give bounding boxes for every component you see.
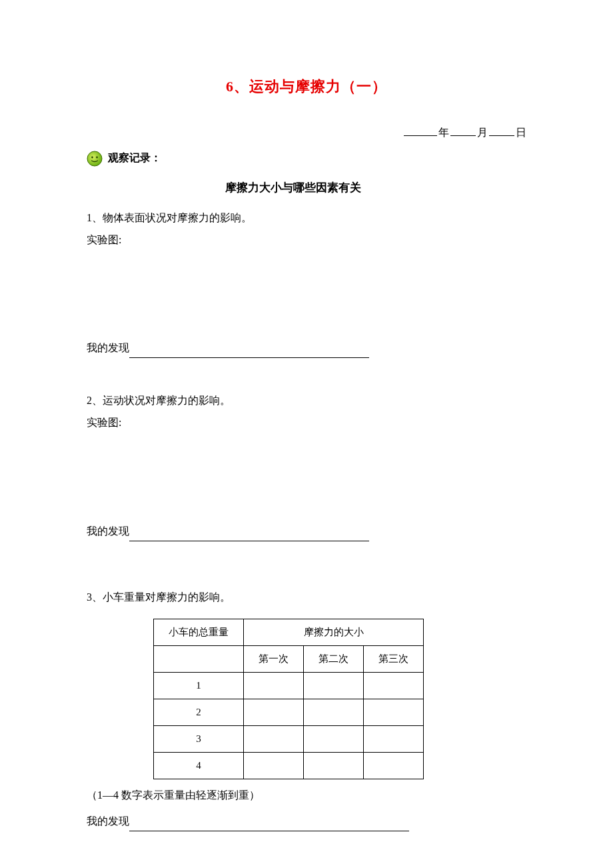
year-blank[interactable] (404, 135, 437, 136)
year-suffix: 年 (438, 127, 449, 138)
friction-table: 小车的总重量 摩擦力的大小 第一次 第二次 第三次 1 2 3 4 (153, 619, 424, 779)
section1-diagram-label: 实验图: (87, 231, 526, 250)
svg-point-2 (96, 156, 98, 158)
cell-value[interactable] (244, 726, 304, 753)
section1-finding-blank[interactable] (129, 345, 369, 358)
section2-finding: 我的发现 (87, 522, 526, 541)
section3-finding: 我的发现 (87, 812, 526, 831)
cell-value[interactable] (244, 753, 304, 779)
section2-diagram-label: 实验图: (87, 413, 526, 433)
cell-blank (154, 646, 244, 673)
day-blank[interactable] (489, 135, 514, 136)
section1-finding-prefix: 我的发现 (87, 342, 129, 353)
section1-finding: 我的发现 (87, 339, 526, 358)
subtitle: 摩擦力大小与哪些因素有关 (60, 178, 526, 199)
cell-value[interactable] (304, 753, 364, 779)
section1-heading: 1、物体表面状况对摩擦力的影响。 (87, 209, 526, 228)
table-row: 3 (154, 726, 424, 753)
section2-heading: 2、运动状况对摩擦力的影响。 (87, 391, 526, 411)
cell-weight: 2 (154, 699, 244, 726)
table-row: 1 (154, 673, 424, 699)
date-row: 年月日 (87, 123, 526, 143)
cell-value[interactable] (364, 726, 424, 753)
cell-value[interactable] (244, 673, 304, 699)
table-row: 小车的总重量 摩擦力的大小 (154, 619, 424, 646)
cell-value[interactable] (364, 673, 424, 699)
table-row: 2 (154, 699, 424, 726)
section3-finding-prefix: 我的发现 (87, 815, 129, 827)
cell-weight: 1 (154, 673, 244, 699)
svg-point-0 (87, 151, 102, 166)
th-sub1: 第一次 (244, 646, 304, 673)
cell-weight: 3 (154, 726, 244, 753)
cell-weight: 4 (154, 753, 244, 779)
cell-value[interactable] (364, 699, 424, 726)
page-title: 6、运动与摩擦力（一） (87, 73, 526, 100)
section3-finding-blank[interactable] (129, 819, 409, 831)
section1-diagram-area (87, 252, 526, 339)
cell-value[interactable] (304, 673, 364, 699)
month-suffix: 月 (477, 127, 488, 138)
table-row: 4 (154, 753, 424, 779)
section2-finding-prefix: 我的发现 (87, 525, 129, 537)
table-row: 第一次 第二次 第三次 (154, 646, 424, 673)
section3-heading: 3、小车重量对摩擦力的影响。 (87, 588, 526, 607)
section2-diagram-area (87, 435, 526, 522)
day-suffix: 日 (516, 127, 526, 138)
section3-note: （1—4 数字表示重量由轻逐渐到重） (87, 786, 526, 805)
th-weight: 小车的总重量 (154, 619, 244, 646)
cell-value[interactable] (244, 699, 304, 726)
month-blank[interactable] (450, 135, 476, 136)
cell-value[interactable] (304, 699, 364, 726)
record-row: 观察记录： (87, 149, 526, 168)
svg-point-1 (91, 156, 93, 158)
cell-value[interactable] (304, 726, 364, 753)
record-label: 观察记录： (108, 149, 161, 168)
smiley-icon (87, 151, 103, 167)
th-sub2: 第二次 (304, 646, 364, 673)
section2-finding-blank[interactable] (129, 528, 369, 541)
th-sub3: 第三次 (364, 646, 424, 673)
th-friction: 摩擦力的大小 (244, 619, 424, 646)
cell-value[interactable] (364, 753, 424, 779)
